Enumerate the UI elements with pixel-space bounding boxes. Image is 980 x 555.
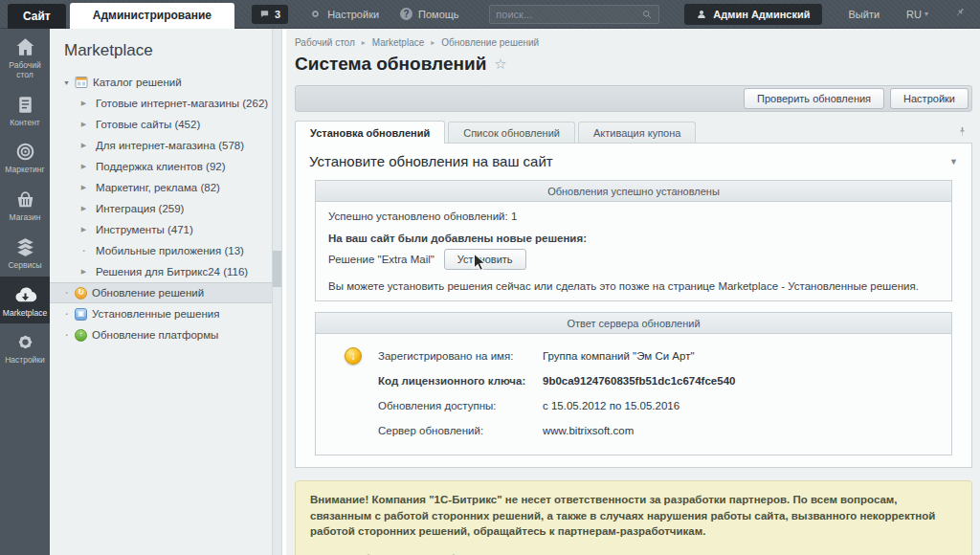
content-icon <box>2 93 48 117</box>
updates-installed-box: Обновления успешно установлены Успешно у… <box>315 180 952 301</box>
tabs-bar: Установка обновленийСписок обновленийАкт… <box>295 121 972 144</box>
collapse-chevron-icon[interactable]: ▼ <box>949 157 958 166</box>
topbar-settings[interactable]: Настройки <box>309 8 379 20</box>
marketplace-icon <box>2 283 48 307</box>
server-response-header: Ответ сервера обновлений <box>316 313 951 334</box>
sidebar-item[interactable]: ▪▣Установленные решения <box>50 303 272 324</box>
warning-box: Внимание! Компания "1С-Битрикс" не несет… <box>295 480 972 555</box>
server-info-value: 9b0ca9124760835fb51dc1c674fce540 <box>543 375 735 387</box>
server-info-label: Обновления доступны: <box>378 400 543 411</box>
rail-item-home[interactable]: Рабочий стол <box>0 29 50 86</box>
tree-dot-marker-icon: ▪ <box>78 248 89 254</box>
topbar: Сайт Администрирование 3 Настройки ? Пом… <box>0 0 980 29</box>
server-info-row: Код лицензионного ключа:9b0ca9124760835f… <box>328 368 939 393</box>
rail-item-shop[interactable]: Магазин <box>0 181 50 229</box>
tabs-pin-icon[interactable] <box>956 124 969 142</box>
language-selector[interactable]: RU ▾ <box>906 9 928 20</box>
install-note: Вы можете установить решения сейчас или … <box>328 280 939 292</box>
tree-closed-marker-icon: ▶ <box>78 205 89 212</box>
rail-item-marketing[interactable]: Маркетинг <box>0 133 50 181</box>
tree-closed-marker-icon: ▶ <box>78 163 89 170</box>
sidebar-item-label: Обновление решений <box>92 287 204 299</box>
breadcrumb-separator-icon: ▸ <box>431 38 434 47</box>
main-content: Рабочий стол▸Marketplace▸Обновление реше… <box>282 29 980 555</box>
tab-site[interactable]: Сайт <box>8 4 66 29</box>
tab-list[interactable]: Список обновлений <box>448 122 575 144</box>
sidebar-item[interactable]: ▪↻Обновление решений <box>50 282 272 303</box>
shop-icon <box>2 188 48 211</box>
language-label: RU <box>906 9 922 20</box>
sidebar-item[interactable]: ▶Инструменты (471) <box>50 219 272 240</box>
tree-closed-marker-icon: ▶ <box>78 142 89 149</box>
update-solutions-icon: ↻ <box>75 287 87 300</box>
breadcrumb-item[interactable]: Обновление решений <box>441 37 539 48</box>
settings-icon <box>2 330 48 354</box>
sidebar-item[interactable]: ▶Маркетинг, реклама (82) <box>50 177 272 198</box>
splitter-grabber[interactable] <box>273 251 281 287</box>
tree-closed-marker-icon: ▶ <box>78 268 89 276</box>
home-icon <box>2 35 48 59</box>
platform-update-icon: ↑ <box>75 329 87 342</box>
settings-button[interactable]: Настройки <box>890 88 969 109</box>
tree-dot-marker-icon: ▪ <box>61 332 72 338</box>
sidebar: Marketplace ▼Каталог решений▶Готовые инт… <box>50 29 272 555</box>
rail-item-services[interactable]: Сервисы <box>0 229 50 277</box>
search-input[interactable] <box>496 9 641 20</box>
install-button[interactable]: Установить <box>444 249 526 270</box>
sidebar-item[interactable]: ▶Готовые сайты (452) <box>50 114 272 135</box>
sidebar-splitter[interactable] <box>272 29 282 555</box>
notification-bubble-icon <box>259 9 270 19</box>
sidebar-item[interactable]: ▪Мобильные приложения (13) <box>50 240 272 261</box>
rail-item-settings[interactable]: Настройки <box>0 323 50 371</box>
check-updates-button[interactable]: Проверить обновления <box>744 88 884 109</box>
logout-link[interactable]: Выйти <box>849 9 880 20</box>
user-menu[interactable]: Админ Админский <box>684 4 821 25</box>
left-rail: Рабочий столКонтентМаркетингМагазинСерви… <box>0 29 50 555</box>
sidebar-item[interactable]: ▶Для интернет-магазина (578) <box>50 135 272 156</box>
topbar-help[interactable]: ? Помощь <box>400 8 459 20</box>
rail-item-label: Настройки <box>2 356 48 366</box>
favorite-star-icon[interactable]: ☆ <box>494 56 506 73</box>
search-icon[interactable] <box>641 9 653 20</box>
notifications-button[interactable]: 3 <box>252 5 288 24</box>
tab-coupon[interactable]: Активация купона <box>578 122 696 144</box>
breadcrumb-separator-icon: ▸ <box>362 38 366 47</box>
server-info-label: Сервер обновлений: <box>378 425 543 436</box>
tree-closed-marker-icon: ▶ <box>78 226 89 233</box>
updates-installed-header: Обновления успешно установлены <box>316 181 951 202</box>
server-download-icon: ↓ <box>345 347 362 365</box>
server-response-box: Ответ сервера обновлений ↓Зарегистрирова… <box>315 312 952 455</box>
tab-admin[interactable]: Администрирование <box>70 3 234 29</box>
rail-item-content[interactable]: Контент <box>0 86 50 134</box>
sidebar-item-label: Инструменты (471) <box>96 224 193 235</box>
tree-open-marker-icon: ▼ <box>61 79 72 86</box>
server-info-label: Зарегистрировано на имя: <box>378 350 543 362</box>
sidebar-title: Marketplace <box>50 29 272 72</box>
sidebar-item-label: Для интернет-магазина (578) <box>96 140 244 151</box>
sidebar-item[interactable]: ▼Каталог решений <box>50 72 272 93</box>
panel-heading: Установите обновления на ваш сайт <box>309 153 553 169</box>
sidebar-item[interactable]: ▶Интеграция (259) <box>50 198 272 219</box>
server-info-value: www.bitrixsoft.com <box>543 425 634 436</box>
sidebar-item[interactable]: ▶Готовые интернет-магазины (262) <box>50 93 272 114</box>
tree-dot-marker-icon: ▪ <box>61 311 72 317</box>
sidebar-item-label: Готовые сайты (452) <box>96 119 200 130</box>
server-info-row: Обновления доступны:с 15.05.2012 по 15.0… <box>328 393 939 418</box>
chevron-down-icon: ▾ <box>924 10 928 18</box>
sidebar-item[interactable]: ▶Поддержка клиентов (92) <box>50 156 272 177</box>
tree-closed-marker-icon: ▶ <box>78 184 89 191</box>
breadcrumb-item[interactable]: Marketplace <box>372 37 424 48</box>
sidebar-item[interactable]: ▶Решения для Битрикс24 (116) <box>50 261 272 282</box>
user-icon <box>696 9 707 20</box>
tab-install[interactable]: Установка обновлений <box>295 121 445 144</box>
tree-closed-marker-icon: ▶ <box>78 100 89 107</box>
breadcrumb-item[interactable]: Рабочий стол <box>295 37 355 48</box>
rail-item-marketplace[interactable]: Marketplace <box>0 277 50 324</box>
sidebar-item[interactable]: ▪↑Обновление платформы <box>50 324 272 345</box>
warning-text: Система обновлений не собирает никакие п… <box>310 551 957 555</box>
services-icon <box>2 235 48 259</box>
topbar-pin-icon[interactable] <box>953 6 967 23</box>
user-name: Админ Админский <box>713 9 810 20</box>
sidebar-item-label: Интеграция (259) <box>96 203 184 214</box>
breadcrumb: Рабочий стол▸Marketplace▸Обновление реше… <box>295 37 972 48</box>
